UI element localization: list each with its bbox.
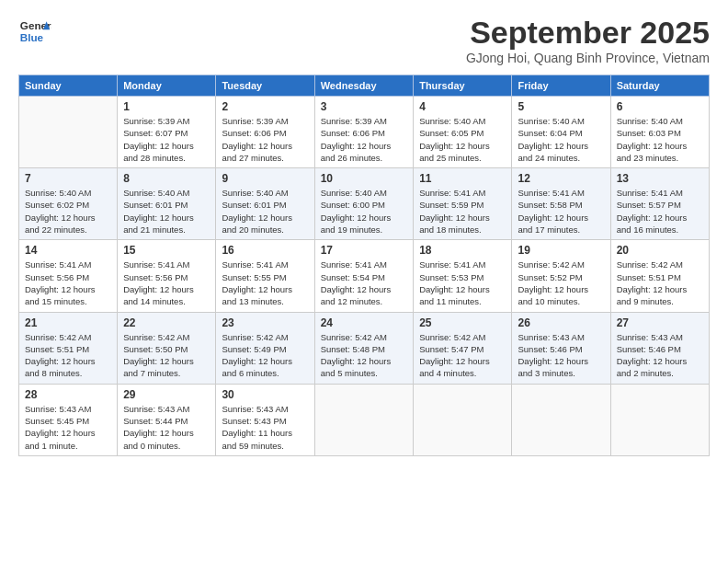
day-info: Sunrise: 5:42 AM Sunset: 5:47 PM Dayligh… [419, 331, 506, 380]
day-info: Sunrise: 5:41 AM Sunset: 5:57 PM Dayligh… [617, 187, 703, 236]
weekday-header-saturday: Saturday [610, 75, 709, 97]
day-number: 26 [518, 316, 604, 329]
week-row-5: 28Sunrise: 5:43 AM Sunset: 5:45 PM Dayli… [19, 384, 710, 455]
page-header: General Blue September 2025 GJong Hoi, Q… [18, 15, 710, 65]
day-info: Sunrise: 5:41 AM Sunset: 5:54 PM Dayligh… [321, 259, 408, 307]
month-title: September 2025 [466, 15, 710, 51]
calendar-cell [414, 384, 512, 455]
day-info: Sunrise: 5:40 AM Sunset: 6:00 PM Dayligh… [321, 187, 408, 236]
day-info: Sunrise: 5:39 AM Sunset: 6:07 PM Dayligh… [123, 115, 210, 164]
calendar-cell: 14Sunrise: 5:41 AM Sunset: 5:56 PM Dayli… [19, 240, 118, 312]
day-number: 12 [518, 172, 604, 185]
day-number: 9 [222, 172, 308, 185]
logo-icon: General Blue [18, 15, 51, 48]
day-number: 10 [321, 172, 408, 185]
day-number: 17 [321, 244, 408, 257]
svg-text:Blue: Blue [20, 31, 44, 43]
calendar-cell: 18Sunrise: 5:41 AM Sunset: 5:53 PM Dayli… [414, 240, 512, 312]
weekday-header-thursday: Thursday [414, 75, 512, 97]
calendar-cell: 21Sunrise: 5:42 AM Sunset: 5:51 PM Dayli… [19, 312, 118, 384]
calendar-cell: 6Sunrise: 5:40 AM Sunset: 6:03 PM Daylig… [610, 97, 709, 168]
day-number: 8 [123, 172, 210, 185]
day-number: 20 [617, 244, 703, 257]
calendar-cell: 27Sunrise: 5:43 AM Sunset: 5:46 PM Dayli… [610, 312, 709, 384]
day-number: 18 [419, 244, 506, 257]
week-row-2: 7Sunrise: 5:40 AM Sunset: 6:02 PM Daylig… [19, 168, 710, 240]
week-row-3: 14Sunrise: 5:41 AM Sunset: 5:56 PM Dayli… [19, 240, 710, 312]
calendar-cell [512, 384, 610, 455]
day-info: Sunrise: 5:42 AM Sunset: 5:52 PM Dayligh… [518, 259, 604, 307]
calendar-cell: 24Sunrise: 5:42 AM Sunset: 5:48 PM Dayli… [314, 312, 414, 384]
calendar-cell: 10Sunrise: 5:40 AM Sunset: 6:00 PM Dayli… [314, 168, 414, 240]
day-info: Sunrise: 5:42 AM Sunset: 5:49 PM Dayligh… [222, 331, 308, 380]
weekday-header-friday: Friday [512, 75, 610, 97]
calendar-header-row: SundayMondayTuesdayWednesdayThursdayFrid… [19, 75, 710, 97]
day-number: 23 [222, 316, 308, 329]
day-number: 2 [222, 100, 308, 113]
calendar-cell: 15Sunrise: 5:41 AM Sunset: 5:56 PM Dayli… [118, 240, 216, 312]
day-number: 3 [321, 100, 408, 113]
day-info: Sunrise: 5:39 AM Sunset: 6:06 PM Dayligh… [222, 115, 308, 164]
calendar-cell: 4Sunrise: 5:40 AM Sunset: 6:05 PM Daylig… [414, 97, 512, 168]
weekday-header-tuesday: Tuesday [216, 75, 314, 97]
calendar-cell: 22Sunrise: 5:42 AM Sunset: 5:50 PM Dayli… [118, 312, 216, 384]
calendar-cell: 26Sunrise: 5:43 AM Sunset: 5:46 PM Dayli… [512, 312, 610, 384]
day-number: 13 [617, 172, 703, 185]
calendar-cell: 11Sunrise: 5:41 AM Sunset: 5:59 PM Dayli… [414, 168, 512, 240]
day-number: 15 [123, 244, 210, 257]
weekday-header-sunday: Sunday [19, 75, 118, 97]
day-info: Sunrise: 5:42 AM Sunset: 5:51 PM Dayligh… [617, 259, 703, 307]
day-info: Sunrise: 5:42 AM Sunset: 5:50 PM Dayligh… [123, 331, 210, 380]
day-info: Sunrise: 5:43 AM Sunset: 5:46 PM Dayligh… [518, 331, 604, 380]
day-info: Sunrise: 5:43 AM Sunset: 5:43 PM Dayligh… [222, 403, 308, 452]
day-number: 19 [518, 244, 604, 257]
title-area: September 2025 GJong Hoi, Quang Binh Pro… [466, 15, 710, 65]
week-row-1: 1Sunrise: 5:39 AM Sunset: 6:07 PM Daylig… [19, 97, 710, 168]
day-info: Sunrise: 5:42 AM Sunset: 5:48 PM Dayligh… [321, 331, 408, 380]
day-number: 7 [25, 172, 111, 185]
day-number: 21 [25, 316, 111, 329]
calendar-cell: 9Sunrise: 5:40 AM Sunset: 6:01 PM Daylig… [216, 168, 314, 240]
calendar-cell: 7Sunrise: 5:40 AM Sunset: 6:02 PM Daylig… [19, 168, 118, 240]
location-title: GJong Hoi, Quang Binh Province, Vietnam [466, 51, 710, 65]
day-info: Sunrise: 5:41 AM Sunset: 5:56 PM Dayligh… [25, 259, 111, 307]
day-number: 6 [617, 100, 703, 113]
day-number: 30 [222, 388, 308, 401]
day-info: Sunrise: 5:40 AM Sunset: 6:02 PM Dayligh… [25, 187, 111, 236]
calendar-cell: 19Sunrise: 5:42 AM Sunset: 5:52 PM Dayli… [512, 240, 610, 312]
calendar-cell [610, 384, 709, 455]
day-info: Sunrise: 5:41 AM Sunset: 5:58 PM Dayligh… [518, 187, 604, 236]
day-info: Sunrise: 5:41 AM Sunset: 5:53 PM Dayligh… [419, 259, 506, 307]
calendar-cell: 28Sunrise: 5:43 AM Sunset: 5:45 PM Dayli… [19, 384, 118, 455]
calendar-cell: 8Sunrise: 5:40 AM Sunset: 6:01 PM Daylig… [118, 168, 216, 240]
day-number: 5 [518, 100, 604, 113]
calendar-cell: 20Sunrise: 5:42 AM Sunset: 5:51 PM Dayli… [610, 240, 709, 312]
day-number: 29 [123, 388, 210, 401]
day-number: 11 [419, 172, 506, 185]
day-number: 1 [123, 100, 210, 113]
calendar-cell: 1Sunrise: 5:39 AM Sunset: 6:07 PM Daylig… [118, 97, 216, 168]
week-row-4: 21Sunrise: 5:42 AM Sunset: 5:51 PM Dayli… [19, 312, 710, 384]
calendar-cell: 23Sunrise: 5:42 AM Sunset: 5:49 PM Dayli… [216, 312, 314, 384]
calendar-cell [19, 97, 118, 168]
day-number: 4 [419, 100, 506, 113]
day-number: 25 [419, 316, 506, 329]
calendar-cell: 29Sunrise: 5:43 AM Sunset: 5:44 PM Dayli… [118, 384, 216, 455]
calendar-table: SundayMondayTuesdayWednesdayThursdayFrid… [18, 75, 710, 456]
day-info: Sunrise: 5:43 AM Sunset: 5:45 PM Dayligh… [25, 403, 111, 452]
day-info: Sunrise: 5:40 AM Sunset: 6:01 PM Dayligh… [123, 187, 210, 236]
day-info: Sunrise: 5:40 AM Sunset: 6:04 PM Dayligh… [518, 115, 604, 164]
weekday-header-monday: Monday [118, 75, 216, 97]
day-number: 16 [222, 244, 308, 257]
day-info: Sunrise: 5:39 AM Sunset: 6:06 PM Dayligh… [321, 115, 408, 164]
calendar-body: 1Sunrise: 5:39 AM Sunset: 6:07 PM Daylig… [19, 97, 710, 456]
day-info: Sunrise: 5:43 AM Sunset: 5:44 PM Dayligh… [123, 403, 210, 452]
calendar-cell: 16Sunrise: 5:41 AM Sunset: 5:55 PM Dayli… [216, 240, 314, 312]
calendar-cell: 2Sunrise: 5:39 AM Sunset: 6:06 PM Daylig… [216, 97, 314, 168]
calendar-cell: 17Sunrise: 5:41 AM Sunset: 5:54 PM Dayli… [314, 240, 414, 312]
day-info: Sunrise: 5:40 AM Sunset: 6:05 PM Dayligh… [419, 115, 506, 164]
day-number: 28 [25, 388, 111, 401]
calendar-cell: 12Sunrise: 5:41 AM Sunset: 5:58 PM Dayli… [512, 168, 610, 240]
calendar-cell: 3Sunrise: 5:39 AM Sunset: 6:06 PM Daylig… [314, 97, 414, 168]
day-info: Sunrise: 5:40 AM Sunset: 6:01 PM Dayligh… [222, 187, 308, 236]
